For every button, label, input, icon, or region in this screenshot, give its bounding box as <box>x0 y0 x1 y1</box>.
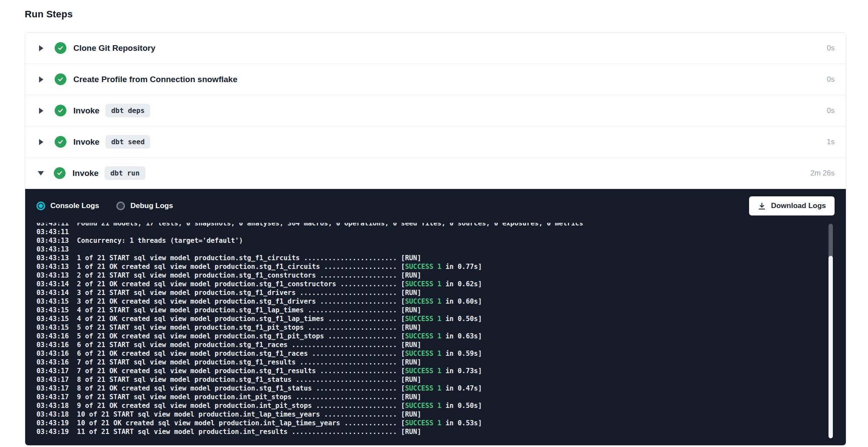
run-steps-list: Clone Git Repository0sCreate Profile fro… <box>25 33 846 189</box>
step-label: Invoke <box>73 106 99 116</box>
radio-selected-icon <box>36 202 45 210</box>
debug-logs-radio[interactable]: Debug Logs <box>116 202 173 210</box>
download-logs-label: Download Logs <box>771 202 826 210</box>
chevron-right-icon[interactable] <box>39 139 43 145</box>
log-line: 03:43:17 8 of 21 OK created sql view mod… <box>36 384 835 393</box>
success-check-icon <box>55 73 66 85</box>
log-line: 03:43:13 1 of 21 START sql view model pr… <box>36 254 835 262</box>
scrollbar-thumb[interactable] <box>829 256 833 438</box>
log-line: 03:43:14 2 of 21 OK created sql view mod… <box>36 280 835 288</box>
log-lines: 03:43:11 Found 21 models, 17 tests, 0 sn… <box>36 223 835 436</box>
step-duration: 0s <box>827 106 835 115</box>
success-check-icon <box>55 136 66 148</box>
log-line: 03:43:13 2 of 21 START sql view model pr… <box>36 271 835 280</box>
chevron-right-icon[interactable] <box>39 108 43 114</box>
log-line: 03:43:17 8 of 21 START sql view model pr… <box>36 375 835 384</box>
step-duration: 0s <box>827 75 835 84</box>
step-label: Invoke <box>72 169 99 178</box>
log-line: 03:43:11 Found 21 models, 17 tests, 0 sn… <box>36 223 835 228</box>
log-line: 03:43:18 9 of 21 OK created sql view mod… <box>36 401 835 410</box>
step-label: Create Profile from Connection snowflake <box>73 75 237 84</box>
log-line: 03:43:15 3 of 21 OK created sql view mod… <box>36 297 835 306</box>
success-check-icon <box>55 105 66 116</box>
console-logs-radio[interactable]: Console Logs <box>36 202 99 210</box>
run-step-row[interactable]: Create Profile from Connection snowflake… <box>25 64 846 95</box>
console-panel: Console Logs Debug Logs Download Logs <box>25 189 846 445</box>
run-step-row[interactable]: Invokedbt seed1s <box>25 126 846 158</box>
step-duration: 1s <box>827 138 835 146</box>
chevron-down-icon[interactable] <box>38 171 44 175</box>
run-step-row[interactable]: Clone Git Repository0s <box>25 33 846 64</box>
success-check-icon <box>54 167 66 179</box>
run-steps-card: Clone Git Repository0sCreate Profile fro… <box>25 32 846 446</box>
log-line: 03:43:15 4 of 21 START sql view model pr… <box>36 306 835 315</box>
chevron-right-icon[interactable] <box>39 45 43 51</box>
success-check-icon <box>55 42 66 54</box>
step-command-badge: dbt seed <box>105 135 150 149</box>
log-line: 03:43:13 <box>36 245 835 254</box>
download-logs-button[interactable]: Download Logs <box>749 196 835 215</box>
log-line: 03:43:19 11 of 21 START sql view model p… <box>36 427 835 436</box>
log-line: 03:43:16 6 of 21 OK created sql view mod… <box>36 349 835 358</box>
log-line: 03:43:17 9 of 21 START sql view model pr… <box>36 393 835 401</box>
log-line: 03:43:11 <box>36 228 835 236</box>
run-steps-page: Run Steps Clone Git Repository0sCreate P… <box>0 0 868 446</box>
scrollbar-track[interactable] <box>829 224 833 438</box>
console-log-output[interactable]: 03:43:11 Found 21 models, 17 tests, 0 sn… <box>25 223 846 445</box>
step-command-badge: dbt run <box>105 166 145 180</box>
radio-unselected-icon <box>116 202 125 210</box>
page-title: Run Steps <box>25 9 846 20</box>
console-toolbar: Console Logs Debug Logs Download Logs <box>25 189 846 223</box>
log-line: 03:43:16 7 of 21 START sql view model pr… <box>36 358 835 367</box>
step-label: Clone Git Repository <box>73 43 155 53</box>
log-line: 03:43:15 4 of 21 OK created sql view mod… <box>36 315 835 323</box>
log-line: 03:43:16 6 of 21 START sql view model pr… <box>36 341 835 349</box>
log-line: 03:43:13 Concurrency: 1 threads (target=… <box>36 236 835 245</box>
log-line: 03:43:14 3 of 21 START sql view model pr… <box>36 288 835 297</box>
console-logs-label: Console Logs <box>50 202 99 210</box>
run-step-row[interactable]: Invokedbt run2m 26s <box>25 158 846 189</box>
step-duration: 0s <box>827 44 835 53</box>
debug-logs-label: Debug Logs <box>130 202 173 210</box>
log-line: 03:43:19 10 of 21 OK created sql view mo… <box>36 419 835 427</box>
download-icon <box>758 202 766 210</box>
log-line: 03:43:15 5 of 21 START sql view model pr… <box>36 323 835 332</box>
step-label: Invoke <box>73 137 99 147</box>
step-duration: 2m 26s <box>810 169 835 178</box>
run-step-row[interactable]: Invokedbt deps0s <box>25 95 846 126</box>
step-command-badge: dbt deps <box>105 104 150 117</box>
log-line: 03:43:16 5 of 21 OK created sql view mod… <box>36 332 835 341</box>
log-line: 03:43:18 10 of 21 START sql view model p… <box>36 410 835 419</box>
log-line: 03:43:17 7 of 21 OK created sql view mod… <box>36 367 835 375</box>
log-line: 03:43:13 1 of 21 OK created sql view mod… <box>36 262 835 271</box>
chevron-right-icon[interactable] <box>39 76 43 83</box>
